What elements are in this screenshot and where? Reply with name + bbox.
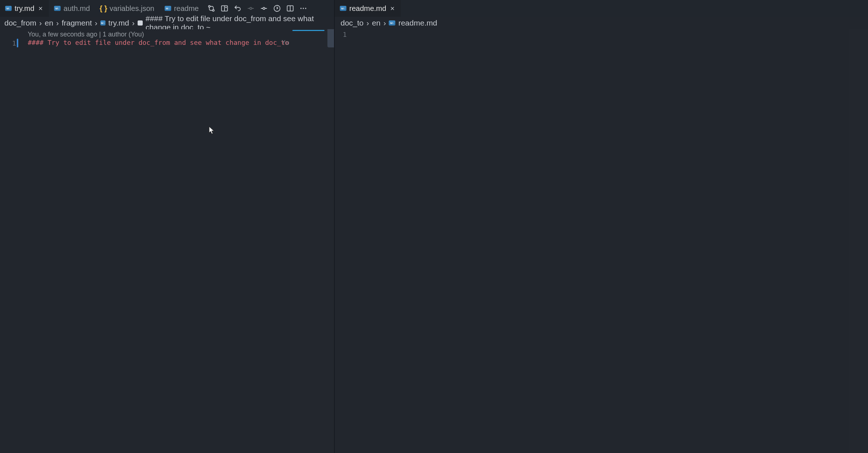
line-number-gutter: 1: [8, 39, 16, 47]
code-line[interactable]: #### Try to edit file under doc_from and…: [28, 39, 297, 46]
breadcrumb-left: doc_from › en › fragment › M↓ try.md › #…: [0, 17, 334, 29]
tab-label: readme.md: [349, 4, 386, 13]
tab-auth-md[interactable]: M↓ auth.md: [49, 0, 95, 17]
minimap-content-indicator: [292, 30, 324, 31]
editor-group-right: M↓ readme.md × doc_to › en › M↓ readme.m…: [335, 0, 868, 453]
breadcrumb-segment[interactable]: en: [372, 19, 380, 27]
json-icon: { }: [100, 5, 107, 12]
minimap-left[interactable]: [290, 29, 334, 453]
chevron-right-icon: ›: [132, 19, 135, 27]
tab-label: readme: [174, 4, 199, 13]
markdown-icon: M↓: [100, 20, 105, 26]
chevron-right-icon: ›: [95, 19, 97, 27]
line-number: 1: [8, 39, 16, 47]
breadcrumb-file[interactable]: readme.md: [398, 19, 437, 27]
svg-point-4: [250, 7, 252, 9]
tabbar-right: M↓ readme.md ×: [335, 0, 868, 17]
split-editor-icon[interactable]: [286, 4, 294, 12]
editor-right[interactable]: 1: [335, 29, 868, 453]
svg-point-3: [226, 7, 227, 8]
open-preview-icon[interactable]: [220, 4, 228, 12]
chevron-right-icon: ›: [39, 19, 42, 27]
svg-point-1: [213, 9, 215, 11]
svg-point-5: [263, 7, 265, 9]
gitlens-blame-annotation: You, a few seconds ago | 1 author (You): [28, 31, 144, 38]
tab-label: try.md: [15, 4, 34, 13]
breadcrumb-segment[interactable]: doc_from: [4, 19, 37, 27]
commit-prev-icon[interactable]: [247, 4, 255, 12]
inline-blame-hint: Yo: [281, 39, 289, 46]
markdown-icon: M↓: [165, 6, 171, 11]
minimap-viewport[interactable]: [327, 29, 334, 47]
heading-symbol-icon: [138, 20, 143, 26]
tab-close-button[interactable]: ×: [389, 5, 396, 12]
markdown-icon: M↓: [340, 6, 346, 11]
tab-label: variables.json: [110, 4, 154, 13]
tab-label: auth.md: [64, 4, 90, 13]
markdown-icon: M↓: [5, 6, 12, 11]
markdown-icon: M↓: [389, 20, 395, 26]
breadcrumb-segment[interactable]: doc_to: [341, 19, 364, 27]
svg-point-0: [209, 5, 211, 7]
markdown-icon: M↓: [54, 6, 61, 11]
line-number: 1: [343, 31, 347, 38]
svg-point-9: [303, 8, 304, 9]
tab-readme-md[interactable]: M↓ readme.md ×: [335, 0, 401, 17]
tab-try-md[interactable]: M↓ try.md ×: [0, 0, 49, 17]
breadcrumb-file[interactable]: try.md: [108, 19, 129, 27]
editor-toolbar: [204, 4, 311, 12]
run-icon[interactable]: [273, 4, 281, 12]
breadcrumb-right: doc_to › en › M↓ readme.md: [335, 17, 868, 29]
gutter-change-marker: [17, 39, 18, 47]
svg-point-8: [300, 8, 302, 9]
chevron-right-icon: ›: [56, 19, 59, 27]
git-compare-icon[interactable]: [207, 4, 215, 12]
minimap-right[interactable]: [849, 29, 868, 453]
commit-next-icon[interactable]: [260, 4, 268, 12]
chevron-right-icon: ›: [383, 19, 386, 27]
editor-left[interactable]: You, a few seconds ago | 1 author (You) …: [0, 29, 334, 453]
breadcrumb-segment[interactable]: en: [45, 19, 53, 27]
more-actions-icon[interactable]: [299, 4, 307, 12]
chevron-right-icon: ›: [366, 19, 369, 27]
line-number-gutter: 1: [343, 31, 347, 38]
editor-group-left: M↓ try.md × M↓ auth.md { } variables.jso…: [0, 0, 334, 453]
breadcrumb-segment[interactable]: fragment: [62, 19, 92, 27]
tab-close-button[interactable]: ×: [37, 5, 44, 12]
svg-point-10: [305, 8, 306, 9]
undo-icon[interactable]: [234, 4, 242, 12]
